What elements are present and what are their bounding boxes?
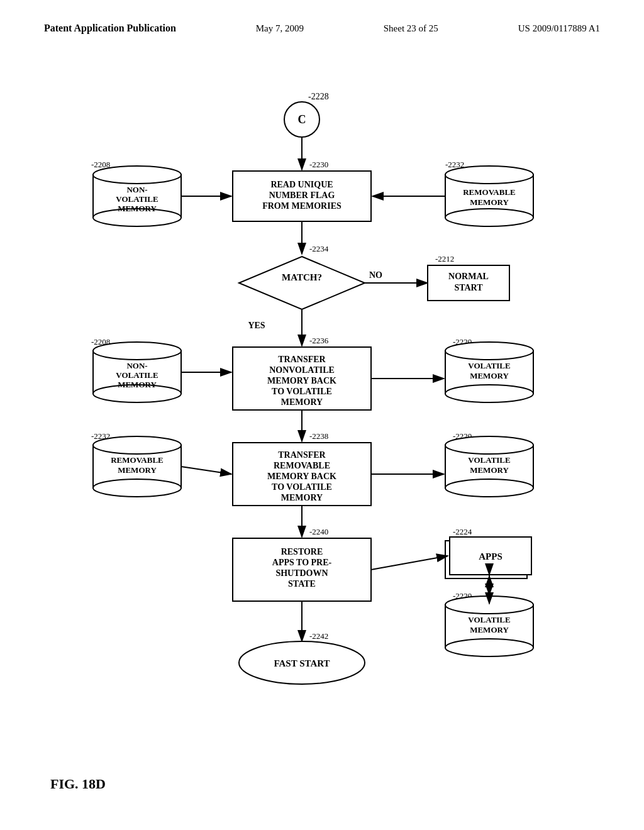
transfer-rm-text3: MEMORY BACK [267, 472, 336, 481]
label-2212: -2212 [435, 254, 454, 263]
volatile-mem-a-text1: VOLATILE [468, 361, 510, 370]
normal-start-text2: START [454, 283, 483, 292]
no-label: NO [369, 270, 382, 280]
label-2236: -2236 [309, 336, 329, 345]
nv-mem-b-text1: NON- [126, 361, 147, 370]
label-2240: -2240 [309, 527, 328, 536]
nv-mem-a-text1: NON- [126, 185, 147, 194]
normal-start-text1: NORMAL [448, 272, 489, 281]
read-unique-text3: FROM MEMORIES [262, 201, 341, 211]
arrow-restore-to-apps [371, 556, 448, 570]
nv-mem-b-text3: MEMORY [118, 380, 157, 389]
page: Patent Application Publication May 7, 20… [0, 0, 644, 830]
volatile-mem-b-text2: MEMORY [470, 465, 509, 475]
restore-text3: SHUTDOWN [275, 568, 328, 578]
restore-text4: STATE [288, 579, 316, 589]
label-2228: -2228 [308, 92, 329, 101]
transfer-rm-text5: MEMORY [281, 493, 323, 502]
volatile-mem-a-bottom [445, 385, 533, 402]
date-label: May 7, 2009 [256, 23, 304, 34]
flowchart-svg: -2228 C -2230 READ UNIQUE NUMBER FLAG FR… [38, 75, 604, 767]
label-2234: -2234 [309, 244, 329, 253]
transfer-rm-text2: REMOVABLE [274, 461, 330, 470]
c-label: C [298, 113, 306, 126]
label-2242: -2242 [309, 631, 328, 641]
transfer-rm-text1: TRANSFER [278, 450, 326, 460]
volatile-mem-c-text1: VOLATILE [468, 615, 510, 624]
transfer-nv-text2: NONVOLATILE [269, 365, 335, 375]
removable-mem-b-text1: REMOVABLE [111, 455, 164, 465]
volatile-mem-c-bottom [445, 639, 533, 656]
label-2224: -2224 [453, 527, 472, 536]
node-match [239, 257, 365, 309]
apps-label: APPS [479, 551, 502, 562]
restore-text1: RESTORE [281, 547, 323, 556]
sheet-label: Sheet 23 of 25 [384, 23, 438, 34]
removable-mem-a-bottom [445, 209, 533, 226]
volatile-mem-b-text1: VOLATILE [468, 455, 510, 465]
fast-start-label: FAST START [274, 658, 330, 668]
read-unique-text2: NUMBER FLAG [269, 191, 335, 200]
match-label: MATCH? [282, 272, 322, 282]
nv-mem-a-top [93, 166, 181, 184]
yes-label: YES [248, 321, 265, 330]
transfer-rm-text4: TO VOLATILE [272, 482, 332, 492]
volatile-mem-c-text2: MEMORY [470, 625, 509, 634]
removable-mem-a-top [445, 166, 533, 184]
fig-label: FIG. 18D [50, 776, 106, 792]
label-2238: -2238 [309, 431, 328, 441]
transfer-nv-text3: MEMORY BACK [267, 376, 336, 385]
nv-mem-b-text2: VOLATILE [116, 370, 158, 380]
nv-mem-b-top [93, 342, 181, 360]
diagram: -2228 C -2230 READ UNIQUE NUMBER FLAG FR… [38, 75, 604, 767]
removable-mem-a-text2: MEMORY [470, 197, 509, 207]
nv-mem-a-text3: MEMORY [118, 204, 157, 213]
volatile-mem-b-top [445, 436, 533, 454]
removable-mem-b-top [93, 436, 181, 454]
removable-mem-b-bottom [93, 479, 181, 497]
transfer-nv-text4: TO VOLATILE [272, 387, 332, 396]
volatile-mem-b-bottom [445, 479, 533, 497]
nv-mem-a-text2: VOLATILE [116, 194, 158, 204]
arrow-rm-to-transfer-rm [181, 467, 231, 474]
label-2230: -2230 [309, 160, 328, 169]
restore-text2: APPS TO PRE- [272, 558, 332, 567]
patent-number: US 2009/0117889 A1 [518, 23, 600, 34]
transfer-nv-text5: MEMORY [281, 397, 323, 407]
volatile-mem-a-text2: MEMORY [470, 371, 509, 380]
removable-mem-a-text1: REMOVABLE [463, 187, 516, 197]
read-unique-text1: READ UNIQUE [270, 180, 333, 189]
publication-label: Patent Application Publication [44, 23, 176, 34]
volatile-mem-a-top [445, 342, 533, 360]
transfer-nv-text1: TRANSFER [278, 355, 326, 364]
removable-mem-b-text2: MEMORY [118, 465, 157, 475]
header: Patent Application Publication May 7, 20… [0, 0, 644, 34]
